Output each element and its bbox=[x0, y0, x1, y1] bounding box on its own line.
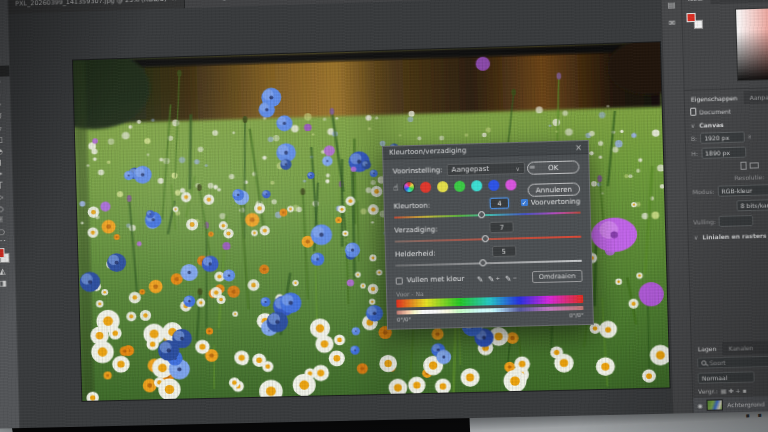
color-swatches[interactable] bbox=[0, 248, 10, 263]
tab-lagen[interactable]: Lagen bbox=[692, 342, 723, 356]
search-label: Soort bbox=[709, 359, 725, 366]
photo-of-monitor: ▪▪ ✚▢∽◲⊡⊠✐❋✎✑↺▱◧◔◖✒T▷◇✌○••• ◭ ◨ PXL_2026… bbox=[0, 0, 768, 432]
foreground-color-swatch[interactable] bbox=[686, 13, 695, 22]
tab-close-icon[interactable]: × bbox=[171, 0, 177, 3]
layer-lock-row: Vergr.: ▦ ✚ + ▪ bbox=[693, 383, 768, 397]
photoshop-window: ✚▢∽◲⊡⊠✐❋✎✑↺▱◧◔◖✒T▷◇✌○••• ◭ ◨ PXL_2026039… bbox=[0, 0, 768, 429]
targeted-adjustment-icon[interactable]: ☝ bbox=[393, 182, 399, 192]
color-range-swatch-1[interactable] bbox=[437, 181, 448, 192]
clone-stamp-tool[interactable]: ✑ bbox=[0, 99, 10, 111]
orientation-landscape-icon[interactable] bbox=[749, 162, 758, 168]
orientation-portrait-icon[interactable] bbox=[740, 162, 746, 170]
eraser-tool[interactable]: ▱ bbox=[0, 122, 11, 134]
saturation-value-input[interactable]: 7 bbox=[490, 221, 514, 233]
color-range-swatch-4[interactable] bbox=[489, 179, 500, 190]
chevron-down-icon: ∨ bbox=[690, 122, 695, 129]
lightness-slider-knob[interactable] bbox=[479, 259, 486, 266]
hand-tool[interactable]: ✌ bbox=[0, 214, 14, 226]
preset-select[interactable]: Aangepast ∨ bbox=[446, 162, 525, 176]
width-label: B: bbox=[691, 135, 697, 142]
color-mode-select[interactable]: RGB-kleur bbox=[717, 183, 768, 197]
range-degrees-right: 0°/0° bbox=[569, 312, 584, 318]
lock-label: Vergr.: bbox=[698, 387, 718, 395]
color-range-swatch-3[interactable] bbox=[472, 180, 483, 191]
color-range-swatch-2[interactable] bbox=[455, 180, 466, 191]
tab-kanalen[interactable]: Kanalen bbox=[722, 341, 759, 355]
lightness-label: Helderheid: bbox=[395, 249, 436, 258]
histogram-panel-icon[interactable]: ▤ bbox=[668, 0, 676, 9]
history-brush-tool[interactable]: ↺ bbox=[0, 111, 11, 123]
dialog-title: Kleurtoon/verzadiging bbox=[389, 146, 467, 156]
layer-row-background[interactable]: ◉ Achtergrond bbox=[693, 395, 768, 413]
eyedropper-icon[interactable]: ✐ bbox=[475, 275, 484, 282]
desk-reflection-marks: ▪▪ bbox=[745, 411, 761, 419]
dodge-tool[interactable]: ◖ bbox=[0, 157, 12, 169]
zoom-tool[interactable]: ○ bbox=[0, 226, 14, 238]
link-dimensions-icon[interactable]: ∞ bbox=[747, 134, 754, 139]
lightness-value-input[interactable]: 5 bbox=[492, 245, 516, 257]
range-label: Voor - Na bbox=[396, 290, 424, 298]
object-selection-tool[interactable]: ◲ bbox=[0, 31, 8, 43]
range-degrees-left: 0°/0° bbox=[397, 316, 412, 322]
eyedropper-tool[interactable]: ✐ bbox=[0, 65, 9, 77]
tab-aanpassingen[interactable]: Aanpassingen bbox=[743, 89, 768, 104]
fill-label: Vulling: bbox=[693, 218, 716, 226]
search-icon bbox=[701, 360, 706, 365]
saturation-slider-knob[interactable] bbox=[482, 235, 489, 242]
bit-depth-select[interactable]: 8 bits/kanaal bbox=[736, 198, 768, 211]
layer-thumbnail bbox=[707, 399, 724, 410]
color-range-swatch-5[interactable] bbox=[506, 179, 517, 190]
lock-icons[interactable]: ▦ ✚ + ▪ bbox=[721, 387, 747, 395]
color-range-swatch-0[interactable] bbox=[420, 181, 431, 192]
layer-name: Achtergrond bbox=[727, 400, 765, 408]
canvas-width-field[interactable]: 1920 px bbox=[700, 131, 745, 143]
pen-tool[interactable]: ✒ bbox=[0, 168, 12, 180]
foreground-color-swatch[interactable] bbox=[0, 248, 5, 258]
hue-slider-knob[interactable] bbox=[478, 211, 485, 218]
right-panels: KleurStalenVerlopen EigenschappenAanpass… bbox=[681, 0, 768, 413]
crop-tool[interactable]: ⊡ bbox=[0, 42, 9, 54]
type-tool[interactable]: T bbox=[0, 180, 13, 192]
colorize-checkbox[interactable] bbox=[396, 277, 403, 284]
eyedropper-add-icon[interactable]: ✐ bbox=[486, 275, 495, 282]
hue-value-input[interactable]: 4 bbox=[490, 197, 509, 209]
quick-mask-icon[interactable]: ◭ bbox=[0, 266, 15, 278]
resolution-label: Resolutie: bbox=[734, 173, 764, 181]
color-picker-field[interactable] bbox=[735, 6, 768, 81]
screen-mode-icon[interactable]: ◨ bbox=[0, 278, 15, 290]
saturation-label: Verzadiging: bbox=[394, 225, 438, 234]
document-label: Document bbox=[699, 107, 731, 115]
cancel-button[interactable]: Annuleren bbox=[527, 182, 580, 196]
layer-visibility-icon[interactable]: ◉ bbox=[697, 402, 703, 409]
path-selection-tool[interactable]: ▷ bbox=[0, 191, 13, 203]
hue-label: Kleurtoon: bbox=[394, 201, 431, 210]
preview-checkbox[interactable]: ✓ bbox=[521, 199, 528, 206]
document-icon bbox=[690, 108, 696, 116]
more-tools[interactable]: ••• bbox=[0, 237, 14, 246]
panel-color-swatches[interactable] bbox=[686, 13, 703, 30]
gradient-tool[interactable]: ◧ bbox=[0, 134, 11, 146]
blend-mode-select[interactable]: Normaal bbox=[698, 371, 755, 383]
color-wheel-icon[interactable] bbox=[403, 181, 415, 193]
dialog-color-swatches bbox=[420, 179, 517, 193]
colorize-label: Vullen met kleur bbox=[407, 275, 465, 284]
preview-label: Voorvertoning bbox=[531, 197, 581, 206]
canvas-height-field[interactable]: 1890 px bbox=[701, 147, 746, 159]
blur-tool[interactable]: ◔ bbox=[0, 145, 12, 157]
ok-button[interactable]: OK bbox=[527, 160, 580, 175]
brush-tool[interactable]: ✎ bbox=[0, 88, 10, 100]
shape-tool[interactable]: ◇ bbox=[0, 203, 13, 215]
eyedropper-subtract-icon[interactable]: ✐ bbox=[503, 274, 512, 281]
healing-brush-tool[interactable]: ❋ bbox=[0, 77, 10, 89]
marquee-tool[interactable]: ▢ bbox=[0, 8, 8, 20]
layer-search-input[interactable]: Soort bbox=[697, 355, 768, 369]
preset-label: Voorinstelling: bbox=[393, 166, 443, 175]
mode-label: Modus: bbox=[692, 188, 714, 196]
comments-panel-icon[interactable]: ✉ bbox=[668, 19, 675, 28]
fill-select[interactable] bbox=[719, 215, 754, 227]
dialog-close-icon[interactable]: × bbox=[575, 143, 582, 152]
frame-tool[interactable]: ⊠ bbox=[0, 54, 9, 66]
invert-button[interactable]: Omdraaien bbox=[532, 270, 583, 283]
lasso-tool[interactable]: ∽ bbox=[0, 19, 8, 31]
chevron-down-icon: ∨ bbox=[694, 234, 699, 241]
